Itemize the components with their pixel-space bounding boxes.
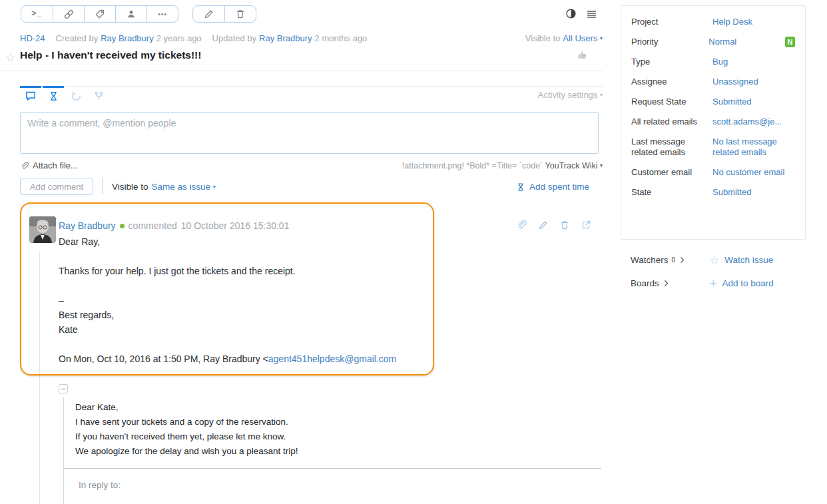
tag-icon <box>95 9 105 19</box>
add-tag-button[interactable] <box>84 6 115 22</box>
comment-delete-button[interactable] <box>559 219 570 230</box>
quote-line: If you haven't received them yet, please… <box>75 429 298 444</box>
created-ago: 2 years ago <box>156 33 202 43</box>
created-prefix: Created by <box>56 33 99 43</box>
editor-actions-row: Add comment Visible to Same as issue ▾ <box>20 178 216 195</box>
add-comment-button[interactable]: Add comment <box>20 178 93 195</box>
comment-attach-button[interactable] <box>516 219 527 230</box>
ellipsis-icon: ••• <box>158 11 167 18</box>
comment-visibility-dropdown[interactable]: Same as issue ▾ <box>152 182 216 192</box>
edit-issue-button[interactable] <box>193 6 224 22</box>
attach-file-button[interactable]: Attach file... <box>20 160 78 170</box>
comment-author-link[interactable]: Ray Bradbury <box>59 220 116 231</box>
field-value[interactable]: Submitted <box>712 97 786 107</box>
field-label: Request State <box>631 97 706 107</box>
avatar <box>29 216 56 243</box>
plus-icon: + <box>710 279 717 288</box>
comment-bubble-icon <box>25 90 37 102</box>
boards-expander[interactable]: Boards <box>631 278 710 288</box>
tab-spent-time[interactable] <box>43 87 64 105</box>
caret-down-icon: ▾ <box>600 162 603 168</box>
trash-icon <box>235 9 246 19</box>
comment-line: On Mon, Oct 10, 2016 at 1:50 PM, Ray Bra… <box>59 352 421 366</box>
field-value[interactable]: Bug <box>712 57 786 67</box>
field-label: Project <box>631 17 706 27</box>
online-status-icon <box>120 224 125 228</box>
field-value[interactable]: Unassigned <box>712 77 786 87</box>
assignee-button[interactable] <box>115 6 146 22</box>
hourglass-icon <box>48 91 59 102</box>
issue-id: HD-24 <box>20 33 45 43</box>
tab-history[interactable] <box>65 87 87 105</box>
caret-down-icon: ▾ <box>213 184 216 190</box>
field-row-type: Type Bug <box>631 57 795 67</box>
watchers-expander[interactable]: Watchers0 <box>631 255 710 265</box>
activity-settings-dropdown[interactable]: Activity settings ▾ <box>538 90 603 100</box>
more-actions-button[interactable]: ••• <box>146 6 178 22</box>
comment-line: Kate <box>59 322 421 337</box>
list-view-button[interactable] <box>586 9 597 19</box>
field-row-assignee: Assignee Unassigned <box>631 77 795 87</box>
field-value[interactable]: Submitted <box>712 187 786 198</box>
command-window-button[interactable]: >_ <box>21 6 53 22</box>
watch-issue-button[interactable]: ☆ Watch issue <box>710 254 773 266</box>
hourglass-icon <box>516 182 525 192</box>
issue-title: Help - I haven't received my tickets!!! <box>20 49 201 61</box>
quote-line: I have sent your tickets and a copy of t… <box>75 415 298 429</box>
created-author-link[interactable]: Ray Bradbury <box>101 33 153 43</box>
field-label: Customer email <box>631 167 706 178</box>
tab-vcs-changes[interactable] <box>88 87 109 105</box>
field-row-all-related-emails: All related emails scott.adams@je... <box>631 117 795 127</box>
field-value[interactable]: No last message related emails <box>712 136 786 158</box>
field-value[interactable]: No customer email <box>712 167 786 178</box>
field-value[interactable]: Normal <box>708 37 778 47</box>
field-value[interactable]: scott.adams@je... <box>712 117 786 127</box>
paperclip-icon <box>20 161 29 170</box>
comment-edit-button[interactable] <box>538 219 549 230</box>
youtrack-wiki-link[interactable]: YouTrack Wiki ▾ <box>545 161 603 170</box>
quote-divider <box>63 468 601 469</box>
updated-author-link[interactable]: Ray Bradbury <box>259 33 312 43</box>
delete-issue-button[interactable] <box>224 6 256 22</box>
link-icon <box>63 9 75 20</box>
caret-down-icon: ▾ <box>600 35 603 41</box>
field-label: State <box>631 187 706 198</box>
add-spent-time-button[interactable]: Add spent time <box>516 182 589 192</box>
comment-actions <box>516 219 591 230</box>
branch-icon <box>93 91 105 102</box>
history-icon <box>71 91 82 102</box>
person-icon <box>126 9 137 19</box>
title-divider <box>0 71 603 71</box>
add-to-board-button[interactable]: + Add to board <box>710 278 774 288</box>
visible-to-dropdown[interactable]: All Users ▾ <box>563 33 603 43</box>
quote-indent-line <box>63 397 64 504</box>
contrast-toggle-button[interactable] <box>565 8 577 19</box>
field-label: Last message related emails <box>631 136 706 158</box>
activity-tabs <box>20 87 603 105</box>
field-label: All related emails <box>631 117 706 127</box>
collapse-quote-button[interactable]: − <box>59 384 68 393</box>
star-icon: ☆ <box>710 254 719 266</box>
issue-fields-panel: Project Help Desk Priority Normal N Type… <box>621 5 806 240</box>
comment-input[interactable] <box>20 112 599 154</box>
link-issue-button[interactable] <box>53 6 84 22</box>
field-label: Priority <box>631 37 702 47</box>
chevron-right-icon <box>663 280 670 287</box>
field-value[interactable]: Help Desk <box>712 17 786 27</box>
star-issue-button[interactable]: ☆ <box>5 51 15 65</box>
watchers-count: 0 <box>672 256 676 264</box>
issue-toolbar-edit <box>192 5 256 23</box>
email-link[interactable]: agent451helpdesk@gmail.com <box>268 354 396 364</box>
quote-line: Dear Kate, <box>75 400 298 415</box>
issue-toolbar-primary: >_ ••• <box>21 5 178 23</box>
comment-line: Thanks for your help. I just got the tic… <box>59 264 421 278</box>
tab-comments[interactable] <box>20 87 41 105</box>
pencil-icon <box>204 9 214 19</box>
comment-visibility-label: Visible to <box>112 182 148 192</box>
field-row-priority: Priority Normal N <box>631 37 795 47</box>
comment-permalink-button[interactable] <box>581 219 591 230</box>
issue-meta-row: HD-24 Created by Ray Bradbury 2 years ag… <box>20 33 603 43</box>
like-button[interactable] <box>577 49 588 61</box>
watchers-row: Watchers0 ☆ Watch issue <box>631 254 806 266</box>
terminal-icon: >_ <box>31 9 42 19</box>
